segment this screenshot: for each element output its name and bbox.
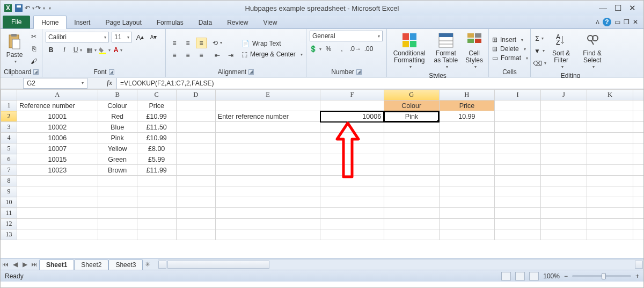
window-restore-icon[interactable]: ❐ [624,18,630,26]
table-row: 8 [1,176,644,186]
delete-icon: ⊟ [492,45,497,53]
page-layout-view-icon[interactable] [515,272,525,280]
sheet-nav-last-icon[interactable]: ⏭ [30,261,39,268]
number-dialog-icon[interactable]: ◢ [356,69,362,75]
tab-file[interactable]: File [3,16,30,28]
tab-formulas[interactable]: Formulas [149,16,191,28]
name-box[interactable]: G2▾ [23,78,87,89]
sheet-nav-prev-icon[interactable]: ◀ [10,261,20,268]
new-sheet-icon[interactable]: ✳ [143,261,152,268]
help-icon[interactable]: ? [603,18,611,26]
sheet-nav-next-icon[interactable]: ▶ [20,261,30,268]
align-left-icon[interactable]: ≡ [169,50,180,61]
font-color-button[interactable]: A▾ [113,45,123,55]
align-center-icon[interactable]: ≡ [182,50,193,61]
zoom-level[interactable]: 100% [543,272,560,280]
fill-color-button[interactable]: ▾ [99,45,110,55]
redo-icon[interactable]: ↷▾ [36,4,45,12]
bold-button[interactable]: B [46,45,56,55]
qat-customize-icon[interactable]: ▾ [49,6,51,11]
decrease-indent-icon[interactable]: ⇤ [212,50,223,61]
page-break-view-icon[interactable] [529,272,539,280]
svg-rect-9 [410,33,416,40]
select-all-corner[interactable] [1,90,17,100]
sheet-tab-1[interactable]: Sheet1 [39,260,74,270]
fill-icon[interactable]: ▼▾ [534,46,545,56]
zoom-in-icon[interactable]: + [635,272,639,280]
format-as-table-button[interactable]: Format as Table▾ [431,31,460,71]
close-button[interactable]: ✕ [629,3,636,13]
align-top-icon[interactable]: ≡ [169,38,180,48]
increase-decimal-icon[interactable]: .0→ [350,44,361,54]
undo-icon[interactable]: ↶▾ [25,4,34,12]
number-format-select[interactable]: General▾ [310,31,383,41]
cut-icon[interactable]: ✂ [28,31,39,42]
merge-center-button[interactable]: ⬚Merge & Center▾ [241,51,303,58]
status-ready: Ready [5,272,24,280]
italic-button[interactable]: I [59,45,70,55]
increase-font-icon[interactable]: A▴ [135,32,145,42]
comma-icon[interactable]: , [336,44,347,54]
format-cells-button[interactable]: ▭Format▾ [492,54,528,62]
decrease-font-icon[interactable]: A▾ [148,32,159,42]
scroll-thumb[interactable] [167,261,269,269]
insert-cells-button[interactable]: ⊞Insert▾ [492,36,528,44]
tab-page-layout[interactable]: Page Layout [98,16,149,28]
sort-filter-button[interactable]: AZSort & Filter▾ [548,31,574,71]
find-select-button[interactable]: Find & Select▾ [577,31,607,71]
spreadsheet-grid[interactable]: ABCDEFGHIJKL 1 Reference numberColourPri… [1,89,643,258]
window-close-icon[interactable]: ✕ [633,18,638,26]
tab-review[interactable]: Review [219,16,255,28]
alignment-dialog-icon[interactable]: ◢ [248,69,254,75]
clear-icon[interactable]: ⌫▾ [534,58,545,69]
formula-input[interactable]: =VLOOKUP(F2,A1:C7,2,FALSE) [116,78,643,89]
format-painter-icon[interactable]: 🖌 [28,56,39,67]
column-headers[interactable]: ABCDEFGHIJKL [1,90,644,100]
minimize-ribbon-icon[interactable]: ᐱ [596,19,599,25]
accounting-format-icon[interactable]: 💲▾ [310,44,320,54]
font-size-select[interactable]: 11▾ [112,32,132,42]
merge-icon: ⬚ [241,51,247,58]
wrap-text-button[interactable]: 📄Wrap Text [241,40,303,47]
maximize-button[interactable]: ☐ [614,3,621,13]
border-button[interactable]: ▦▾ [86,45,97,55]
normal-view-icon[interactable] [501,272,511,280]
delete-cells-button[interactable]: ⊟Delete▾ [492,45,528,53]
horizontal-scrollbar[interactable] [158,260,643,269]
autosum-icon[interactable]: Σ▾ [534,33,545,44]
cell-styles-button[interactable]: Cell Styles▾ [463,31,485,71]
align-right-icon[interactable]: ≡ [196,50,207,61]
tab-data[interactable]: Data [191,16,219,28]
orientation-icon[interactable]: ⟲▾ [212,38,223,48]
svg-text:Z: Z [556,39,560,46]
increase-indent-icon[interactable]: ⇥ [225,50,236,61]
clipboard-dialog-icon[interactable]: ◢ [33,69,39,75]
zoom-out-icon[interactable]: − [564,272,568,280]
sheet-tab-3[interactable]: Sheet3 [108,260,143,270]
sheet-tab-2[interactable]: Sheet2 [74,260,108,270]
fx-icon[interactable]: fx [103,79,116,87]
sheet-nav-first-icon[interactable]: ⏮ [1,261,10,268]
font-dialog-icon[interactable]: ◢ [109,69,114,75]
group-cells: ⊞Insert▾ ⊟Delete▾ ▭Format▾ Cells [489,29,531,77]
window-min-icon[interactable]: ▭ [614,18,620,26]
align-bottom-icon[interactable]: ≡ [196,38,207,48]
minimize-button[interactable]: — [599,3,607,13]
save-icon[interactable] [14,4,23,12]
underline-button[interactable]: U▾ [72,45,83,55]
tab-insert[interactable]: Insert [67,16,98,28]
align-middle-icon[interactable]: ≡ [182,38,193,48]
tab-home[interactable]: Home [33,16,67,29]
copy-icon[interactable]: ⎘ [28,44,39,54]
tab-view[interactable]: View [256,16,285,28]
percent-icon[interactable]: % [323,44,334,54]
decrease-decimal-icon[interactable]: .00 [363,44,374,54]
conditional-formatting-button[interactable]: Conditional Formatting▾ [390,31,428,71]
paste-button[interactable]: Paste▾ [4,32,25,66]
font-name-select[interactable]: Calibri▾ [46,32,109,42]
zoom-slider[interactable] [572,275,631,277]
ribbon: Paste▾ ✂ ⎘ 🖌 Clipboard◢ Calibri▾ 11▾ A▴ … [1,29,643,77]
scroll-left-icon[interactable] [158,261,166,269]
scroll-right-icon[interactable] [635,261,643,269]
svg-rect-13 [439,33,453,37]
